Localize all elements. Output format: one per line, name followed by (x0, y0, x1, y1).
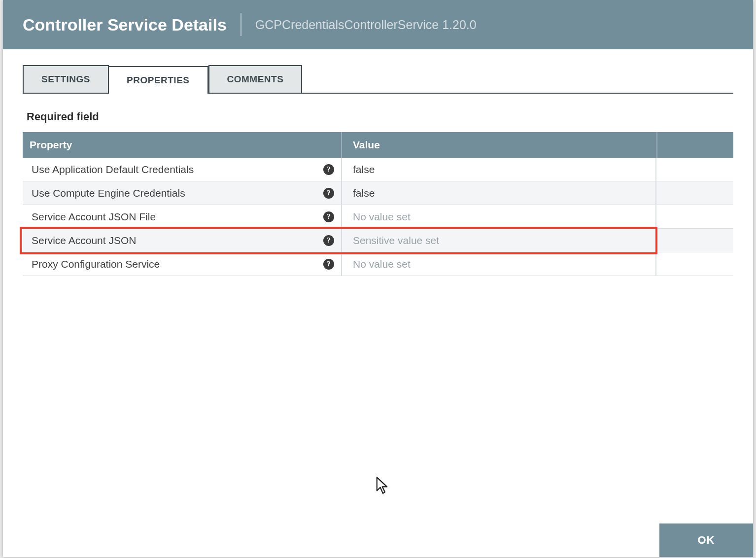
property-value: No value set (353, 211, 411, 223)
property-extra-cell (656, 158, 733, 181)
property-extra-cell (656, 181, 733, 205)
property-value: false (353, 164, 375, 175)
header-property: Property (23, 132, 342, 158)
mouse-cursor-icon (376, 477, 390, 495)
property-name: Service Account JSON File (32, 211, 156, 223)
property-value-cell[interactable]: false (342, 158, 656, 181)
property-value-cell[interactable]: false (342, 181, 656, 205)
property-name: Use Compute Engine Credentials (32, 187, 185, 199)
property-value: No value set (353, 258, 411, 270)
tab-properties[interactable]: PROPERTIES (109, 66, 208, 94)
property-value-cell[interactable]: Sensitive value set (342, 229, 656, 252)
property-name: Proxy Configuration Service (32, 258, 160, 270)
property-name: Use Application Default Credentials (32, 164, 194, 175)
property-value: false (353, 187, 375, 199)
properties-table-header: Property Value (23, 132, 733, 158)
dialog-body: SETTINGS PROPERTIES COMMENTS Required fi… (3, 49, 753, 557)
property-value-cell[interactable]: No value set (342, 205, 656, 228)
help-icon[interactable]: ? (323, 259, 334, 270)
dialog-footer: OK (659, 523, 753, 557)
table-row[interactable]: Service Account JSON?Sensitive value set (23, 229, 733, 252)
header-extra (656, 132, 733, 158)
table-row[interactable]: Use Compute Engine Credentials?false (23, 181, 733, 205)
dialog-subtitle: GCPCredentialsControllerService 1.20.0 (255, 18, 477, 32)
properties-table: Property Value Use Application Default C… (23, 132, 733, 276)
header-divider (241, 13, 241, 36)
help-icon[interactable]: ? (323, 188, 334, 199)
tab-settings[interactable]: SETTINGS (23, 65, 109, 93)
tab-comments[interactable]: COMMENTS (208, 65, 303, 93)
help-icon[interactable]: ? (323, 211, 334, 222)
property-extra-cell (656, 205, 733, 228)
required-field-label: Required field (23, 110, 733, 123)
dialog-header: Controller Service Details GCPCredential… (3, 0, 753, 49)
property-name-cell: Use Compute Engine Credentials? (23, 181, 342, 205)
help-icon[interactable]: ? (323, 164, 334, 175)
controller-service-details-dialog: Controller Service Details GCPCredential… (3, 0, 753, 557)
property-value: Sensitive value set (353, 235, 439, 246)
dialog-title: Controller Service Details (23, 15, 227, 35)
property-name: Service Account JSON (32, 235, 136, 246)
table-row[interactable]: Service Account JSON File?No value set (23, 205, 733, 229)
header-value: Value (342, 132, 656, 158)
property-name-cell: Use Application Default Credentials? (23, 158, 342, 181)
property-value-cell[interactable]: No value set (342, 252, 656, 276)
ok-button[interactable]: OK (659, 523, 753, 557)
property-name-cell: Service Account JSON File? (23, 205, 342, 228)
tab-row: SETTINGS PROPERTIES COMMENTS (23, 65, 733, 94)
help-icon[interactable]: ? (323, 235, 334, 246)
table-row[interactable]: Proxy Configuration Service?No value set (23, 252, 733, 276)
property-extra-cell (656, 252, 733, 276)
property-extra-cell (656, 229, 733, 252)
property-name-cell: Service Account JSON? (23, 229, 342, 252)
property-name-cell: Proxy Configuration Service? (23, 252, 342, 276)
properties-table-body: Use Application Default Credentials?fals… (23, 158, 733, 276)
table-row[interactable]: Use Application Default Credentials?fals… (23, 158, 733, 181)
